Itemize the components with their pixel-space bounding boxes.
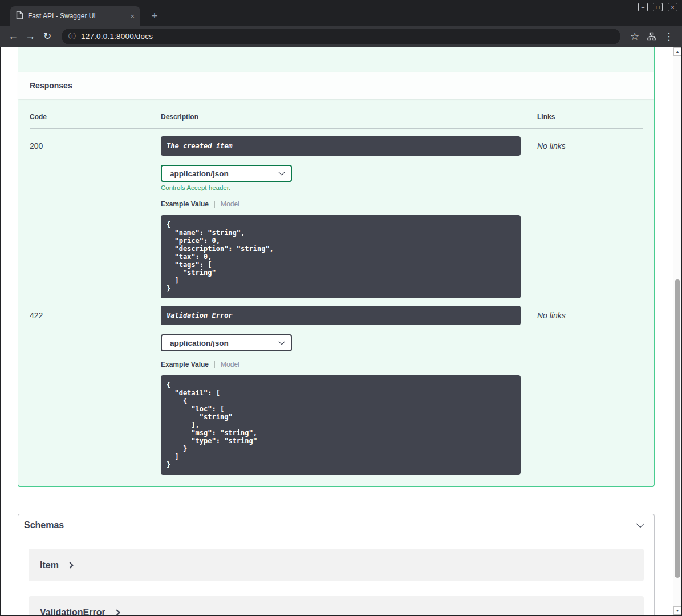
- opblock-gap: [18, 47, 654, 72]
- response-description-block: The created item: [161, 136, 521, 156]
- scrollbar-thumb[interactable]: [675, 279, 680, 578]
- schemas-header[interactable]: Schemas: [18, 514, 654, 536]
- tab-example-value[interactable]: Example Value: [161, 200, 209, 208]
- menu-dots-icon[interactable]: ⋮: [661, 29, 676, 44]
- tab-separator: [214, 201, 215, 208]
- controls-accept-note: Controls Accept header.: [161, 184, 537, 191]
- example-model-tabs: Example Value Model: [161, 360, 537, 368]
- browser-window: Fast API - Swagger UI × + – □ × ← → ↻ ⓘ …: [0, 0, 682, 616]
- col-header-code: Code: [30, 113, 161, 121]
- responses-table-header: Code Description Links: [30, 113, 643, 129]
- minimize-button[interactable]: –: [638, 3, 648, 11]
- forward-icon[interactable]: →: [23, 29, 38, 44]
- schemas-section: Schemas Item ValidationError: [18, 514, 655, 615]
- tab-model[interactable]: Model: [221, 360, 239, 368]
- example-code-block: { "detail": [ { "loc": [ "string" ], "ms…: [161, 375, 521, 475]
- browser-tab[interactable]: Fast API - Swagger UI ×: [10, 6, 140, 26]
- chevron-down-icon: [278, 169, 285, 175]
- response-code: 200: [30, 136, 161, 298]
- response-row-422: 422 Validation Error application/json Ex…: [30, 298, 643, 475]
- responses-heading: Responses: [30, 81, 72, 90]
- example-code-block: { "name": "string", "price": 0, "descrip…: [161, 215, 521, 298]
- scrollbar[interactable]: ▲ ▼: [673, 47, 681, 615]
- page-content: Responses Code Description Links 200 The…: [1, 47, 681, 615]
- new-tab-button[interactable]: +: [147, 9, 162, 23]
- response-links: No links: [537, 136, 644, 298]
- page-favicon-icon: [16, 11, 23, 22]
- tab-title: Fast API - Swagger UI: [28, 12, 125, 20]
- model-title: ValidationError: [40, 607, 105, 616]
- close-button[interactable]: ×: [668, 3, 677, 11]
- window-controls: – □ ×: [638, 3, 677, 11]
- example-json: { "detail": [ { "loc": [ "string" ], "ms…: [167, 381, 515, 469]
- response-description-cell: The created item application/json Contro…: [161, 136, 537, 298]
- example-json: { "name": "string", "price": 0, "descrip…: [167, 221, 515, 293]
- model-item[interactable]: Item: [29, 549, 644, 581]
- tab-example-value[interactable]: Example Value: [161, 360, 209, 368]
- response-code: 422: [30, 306, 161, 475]
- media-type-value: application/json: [170, 339, 229, 347]
- media-type-select[interactable]: application/json: [161, 165, 292, 182]
- back-icon[interactable]: ←: [6, 29, 21, 44]
- chevron-right-icon: [67, 562, 73, 568]
- chevron-down-icon: [636, 520, 644, 528]
- response-description-text: The created item: [167, 142, 515, 150]
- opblock-responses: Responses Code Description Links 200 The…: [18, 47, 655, 487]
- address-bar[interactable]: ⓘ 127.0.0.1:8000/docs: [62, 29, 620, 44]
- model-title: Item: [40, 560, 59, 570]
- media-type-select[interactable]: application/json: [161, 334, 292, 351]
- responses-table: Code Description Links 200 The created i…: [18, 99, 654, 486]
- tab-separator: [214, 361, 215, 368]
- col-header-links: Links: [537, 113, 644, 121]
- response-description-text: Validation Error: [167, 311, 515, 319]
- response-links: No links: [537, 306, 644, 475]
- response-description-cell: Validation Error application/json Exampl…: [161, 306, 537, 475]
- chevron-down-icon: [278, 338, 285, 345]
- scroll-down-icon[interactable]: ▼: [673, 606, 681, 615]
- chevron-right-icon: [113, 609, 120, 615]
- schemas-title: Schemas: [24, 520, 64, 530]
- response-description-block: Validation Error: [161, 306, 521, 325]
- maximize-button[interactable]: □: [653, 3, 663, 11]
- reload-icon[interactable]: ↻: [40, 29, 55, 44]
- responses-section-header: Responses: [18, 72, 654, 99]
- bookmark-star-icon[interactable]: ☆: [627, 29, 642, 44]
- url-text: 127.0.0.1:8000/docs: [81, 32, 153, 40]
- scroll-up-icon[interactable]: ▲: [673, 47, 681, 56]
- col-header-description: Description: [161, 113, 537, 121]
- sitemap-icon[interactable]: [644, 29, 659, 44]
- tab-model[interactable]: Model: [221, 200, 239, 208]
- model-validationerror[interactable]: ValidationError: [29, 596, 644, 615]
- browser-toolbar: ← → ↻ ⓘ 127.0.0.1:8000/docs ☆ ⋮: [0, 26, 682, 47]
- schemas-body: Item ValidationError: [18, 536, 654, 615]
- titlebar: Fast API - Swagger UI × + – □ ×: [0, 0, 682, 26]
- example-model-tabs: Example Value Model: [161, 200, 537, 208]
- tab-close-icon[interactable]: ×: [130, 12, 135, 21]
- site-info-icon[interactable]: ⓘ: [68, 31, 76, 42]
- media-type-value: application/json: [170, 169, 229, 178]
- response-row-200: 200 The created item application/json Co…: [30, 129, 643, 298]
